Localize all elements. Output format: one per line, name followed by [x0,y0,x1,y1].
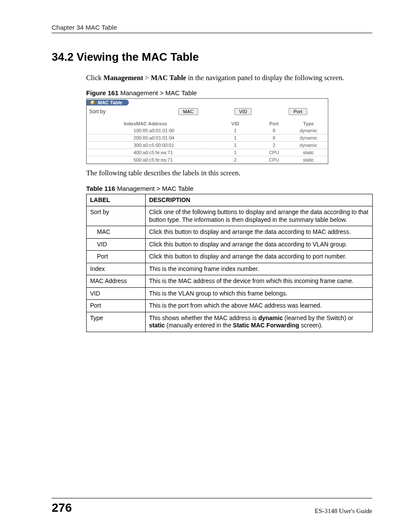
figure-cell-port: 8 [257,127,291,134]
desc-row: PortClick this button to display and arr… [87,251,373,263]
desc-row: PortThis is the port from which the abov… [87,300,373,312]
figure-cell-port: 8 [257,134,291,141]
table-intro: The following table describes the labels… [86,168,372,177]
figure-cell-mac: 00:a0:c5:00:00:01 [136,142,214,149]
figure-cell-type: dynamic [291,142,326,149]
figure-cell-index: 3 [87,142,136,149]
desc-text: This is the MAC address of the device fr… [146,275,373,288]
figure-cell-port: CPU [257,149,291,156]
desc-label: VID [87,238,146,251]
sort-port-button[interactable]: Port [289,108,307,115]
desc-row: IndexThis is the incoming frame index nu… [87,263,373,275]
figure-cell-index: 1 [87,127,136,134]
desc-th-label: LABEL [87,194,146,206]
figure-caption-num: Figure 161 [86,89,118,96]
figure-cell-vid: 2 [214,156,257,163]
figure-cell-index: 5 [87,156,136,163]
figure-cell-mac: 00:85:a0:01:01:00 [136,127,214,134]
tab-dot-icon [90,100,95,105]
figure-cell-mac: 00:a0:c5:fe:ea:71 [136,156,214,163]
desc-text: Click one of the following buttons to di… [146,206,373,226]
figure-cell-type: dynamic [291,127,326,134]
table-caption-text: Management > MAC Table [115,185,193,192]
desc-text: This is the VLAN group to which this fra… [146,287,373,300]
desc-th-desc: DESCRIPTION [146,194,373,206]
desc-row: Sort byClick one of the following button… [87,206,373,226]
desc-text: This shows whether the MAC address is dy… [146,312,373,332]
table-caption: Table 116 Management > MAC Table [86,185,372,192]
figure-cell-vid: 1 [214,127,257,134]
section-heading: 34.2 Viewing the MAC Table [52,50,372,64]
table-caption-num: Table 116 [86,185,115,192]
description-table: LABEL DESCRIPTION Sort byClick one of th… [86,194,373,332]
figure-tab-title: MAC Table [98,100,122,105]
desc-label: MAC [87,226,146,239]
figure-header-row: Index MAC Address VID Port Type [87,120,328,127]
figure-row: 400:a0:c5:fe:ea:711CPUstatic [87,149,328,156]
sortby-label: Sort by [89,109,161,115]
desc-row: MAC AddressThis is the MAC address of th… [87,275,373,288]
desc-text: Click this button to display and arrange… [146,226,373,239]
col-index: Index [87,120,136,127]
desc-label: Sort by [87,206,146,226]
intro-management: Management [103,74,143,82]
figure-cell-vid: 1 [214,142,257,149]
col-type: Type [291,120,326,127]
figure-cell-port: 2 [257,142,291,149]
chapter-header: Chapter 34 MAC Table [52,24,372,33]
col-vid: VID [214,120,257,127]
figure-cell-vid: 1 [214,149,257,156]
figure-cell-mac: 00:a0:c5:fe:ea:71 [136,149,214,156]
figure-cell-port: CPU [257,156,291,163]
figure-cell-vid: 1 [214,134,257,141]
figure-caption: Figure 161 Management > MAC Table [86,89,372,96]
figure-tab-header: MAC Table [87,99,328,106]
sort-mac-button[interactable]: MAC [178,108,198,115]
figure-caption-text: Management > MAC Table [118,89,197,96]
desc-label: Type [87,312,146,332]
figure-row: 500:a0:c5:fe:ea:712CPUstatic [87,156,328,164]
figure-cell-mac: 00:85:a0:01:01:04 [136,134,214,141]
desc-text: This is the incoming frame index number. [146,263,373,275]
desc-label: VID [87,287,146,300]
desc-row: TypeThis shows whether the MAC address i… [87,312,373,332]
desc-label: MAC Address [87,275,146,288]
col-mac: MAC Address [136,120,214,127]
intro-paragraph: Click Management > MAC Table in the navi… [86,73,372,82]
intro-pre: Click [86,74,103,82]
figure-tab: MAC Table [87,100,129,106]
figure-cell-type: dynamic [291,134,326,141]
sortby-row: Sort by MAC VID Port [87,106,328,120]
desc-row: VIDThis is the VLAN group to which this … [87,287,373,300]
figure-row: 300:a0:c5:00:00:0112dynamic [87,142,328,149]
figure-mac-table: MAC Table Sort by MAC VID Port Index MAC… [86,98,328,164]
figure-cell-type: static [291,149,326,156]
intro-mac-table: MAC Table [151,74,186,82]
desc-label: Port [87,251,146,263]
figure-cell-index: 2 [87,134,136,141]
figure-cell-type: static [291,156,326,163]
desc-row: MACClick this button to display and arra… [87,226,373,239]
desc-text: Click this button to display and arrange… [146,238,373,251]
page-number: 276 [52,501,72,515]
figure-row: 100:85:a0:01:01:0018dynamic [87,127,328,134]
desc-text: Click this button to display and arrange… [146,251,373,263]
intro-gt: > [143,74,151,82]
desc-row: VIDClick this button to display and arra… [87,238,373,251]
figure-row: 200:85:a0:01:01:0418dynamic [87,134,328,142]
desc-text: This is the port from which the above MA… [146,300,373,312]
desc-label: Index [87,263,146,275]
figure-cell-index: 4 [87,149,136,156]
page-footer: 276 ES-3148 User's Guide [52,498,372,515]
intro-post: in the navigation panel to display the f… [186,74,344,82]
guide-name: ES-3148 User's Guide [314,507,372,515]
col-port: Port [257,120,291,127]
desc-label: Port [87,300,146,312]
sort-vid-button[interactable]: VID [234,108,252,115]
